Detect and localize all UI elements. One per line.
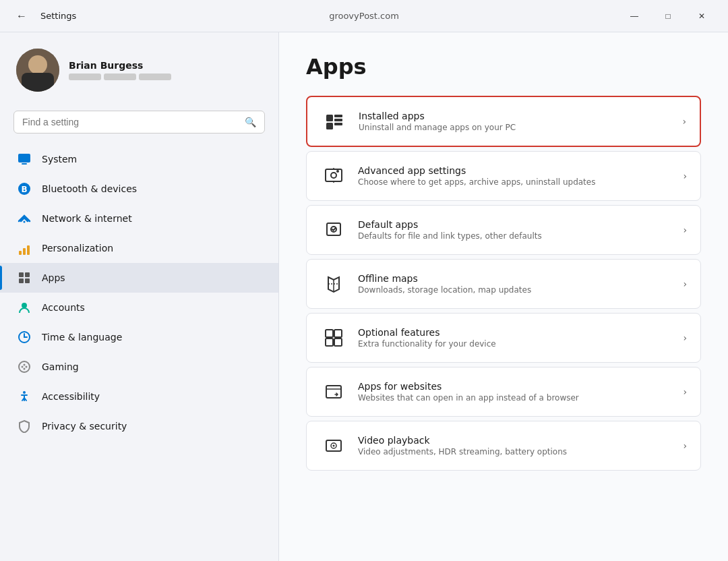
svg-point-17 [24,364,26,366]
settings-list: Installed apps Uninstall and manage apps… [306,96,701,471]
sidebar-item-bluetooth[interactable]: B Bluetooth & devices [0,174,278,204]
avatar [16,49,59,92]
svg-point-37 [333,445,335,447]
settings-item-default-apps[interactable]: Default apps Defaults for file and link … [306,205,701,255]
svg-rect-30 [326,330,333,337]
active-indicator [0,266,2,290]
video-playback-desc: Video adjustments, HDR streaming, batter… [358,447,677,456]
offline-maps-desc: Downloads, storage location, map updates [358,285,677,295]
sidebar-item-apps[interactable]: Apps [0,263,278,293]
optional-features-text: Optional features Extra functionality fo… [358,327,677,349]
back-button[interactable]: ← [11,7,32,25]
sidebar-item-personalization[interactable]: Personalization [0,233,278,263]
user-name: Brian Burgess [69,60,171,71]
svg-rect-25 [326,169,342,181]
svg-point-14 [19,361,30,372]
settings-item-installed-apps[interactable]: Installed apps Uninstall and manage apps… [306,96,701,147]
svg-rect-31 [334,330,342,337]
svg-rect-8 [19,272,24,277]
settings-item-advanced-app-settings[interactable]: Advanced app settings Choose where to ge… [306,151,701,201]
optional-features-title: Optional features [358,327,677,338]
sidebar-item-network[interactable]: Network & internet [0,204,278,233]
svg-rect-10 [19,278,24,283]
svg-rect-23 [334,123,342,125]
email-bar-3 [139,73,171,80]
svg-point-4 [24,221,26,223]
svg-point-15 [22,366,24,368]
apps-for-websites-text: Apps for websites Websites that can open… [358,381,677,403]
sidebar-item-accessibility[interactable]: Accessibility [0,382,278,411]
sidebar-nav: System B Bluetooth & devices [0,144,278,441]
sidebar-item-gaming[interactable]: Gaming [0,352,278,382]
video-playback-text: Video playback Video adjustments, HDR st… [358,435,677,456]
svg-rect-7 [27,245,30,255]
sidebar-item-label-gaming: Gaming [42,361,79,372]
search-icon: 🔍 [245,117,256,127]
svg-rect-1 [22,163,27,165]
title-bar-left: ← Settings [11,7,76,25]
sidebar-item-label-personalization: Personalization [42,243,113,254]
optional-features-chevron: › [683,332,687,343]
sidebar-item-accounts[interactable]: Accounts [0,293,278,322]
minimize-button[interactable]: — [619,5,650,27]
settings-item-offline-maps[interactable]: Offline maps Downloads, storage location… [306,259,701,309]
offline-maps-title: Offline maps [358,273,677,284]
accounts-icon [16,299,32,316]
offline-maps-text: Offline maps Downloads, storage location… [358,273,677,295]
settings-item-video-playback[interactable]: Video playback Video adjustments, HDR st… [306,421,701,471]
svg-rect-32 [326,338,333,346]
window-title: Settings [40,11,76,21]
maximize-button[interactable]: □ [653,5,684,27]
personalization-icon [16,240,32,256]
email-bar-2 [104,73,136,80]
title-bar: ← Settings groovyPost.com — □ ✕ [0,0,728,32]
sidebar-item-label-time: Time & language [42,332,122,343]
svg-rect-20 [326,115,333,121]
sidebar-item-time[interactable]: Time & language [0,322,278,352]
svg-point-26 [331,173,336,178]
apps-for-websites-chevron: › [683,386,687,397]
sidebar-item-label-bluetooth: Bluetooth & devices [42,183,137,194]
svg-point-19 [23,391,26,394]
time-icon [16,329,32,345]
advanced-app-settings-chevron: › [683,171,687,181]
network-icon [16,210,32,227]
avatar-image [16,49,59,92]
sidebar-item-system[interactable]: System [0,144,278,174]
apps-for-websites-desc: Websites that can open in an app instead… [358,393,677,403]
gaming-icon [16,359,32,375]
default-apps-title: Default apps [358,219,677,230]
sidebar-item-label-system: System [42,154,77,165]
settings-item-apps-for-websites[interactable]: Apps for websites Websites that can open… [306,367,701,417]
content-area: Apps Installed apps Uninstall and manage… [279,32,728,561]
sidebar-item-label-accounts: Accounts [42,302,85,313]
user-profile: Brian Burgess [0,32,278,105]
advanced-app-settings-icon [320,163,347,189]
bluetooth-icon: B [16,181,32,197]
apps-for-websites-icon [320,378,347,405]
video-playback-title: Video playback [358,435,677,446]
apps-for-websites-title: Apps for websites [358,381,677,392]
window-controls: — □ ✕ [619,5,717,27]
optional-features-icon [320,324,347,351]
page-title: Apps [306,54,701,80]
svg-text:B: B [21,185,27,194]
sidebar-item-label-accessibility: Accessibility [42,391,100,402]
advanced-app-settings-desc: Choose where to get apps, archive apps, … [358,177,677,187]
offline-maps-icon [320,270,347,297]
search-box: 🔍 [13,111,265,134]
watermark-text: groovyPost.com [329,11,399,21]
advanced-app-settings-text: Advanced app settings Choose where to ge… [358,165,677,187]
svg-rect-34 [326,386,341,398]
video-playback-icon [320,432,347,459]
sidebar: Brian Burgess 🔍 [0,32,279,561]
close-button[interactable]: ✕ [686,5,717,27]
sidebar-item-privacy[interactable]: Privacy & security [0,411,278,441]
advanced-app-settings-title: Advanced app settings [358,165,677,176]
apps-icon [16,270,32,286]
search-input[interactable] [22,117,239,127]
settings-item-optional-features[interactable]: Optional features Extra functionality fo… [306,313,701,363]
system-icon [16,151,32,167]
search-container: 🔍 [0,105,278,144]
svg-rect-6 [23,248,26,255]
